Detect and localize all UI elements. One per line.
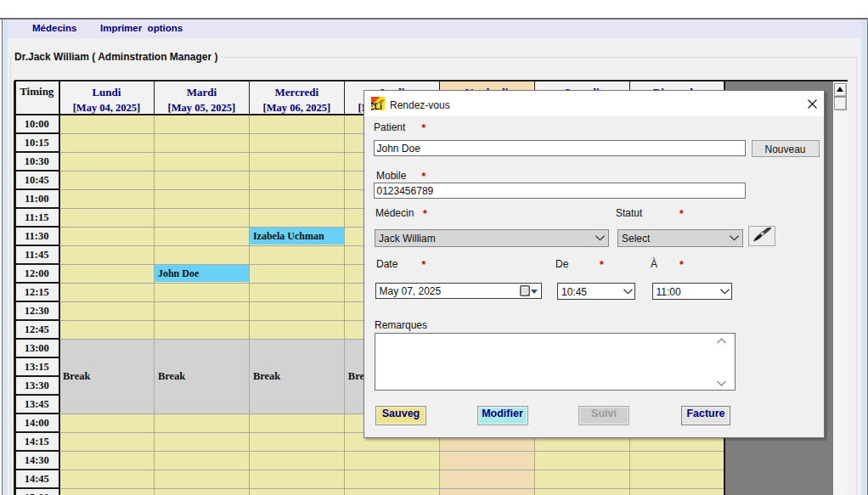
- svg-text:Li: Li: [374, 101, 381, 110]
